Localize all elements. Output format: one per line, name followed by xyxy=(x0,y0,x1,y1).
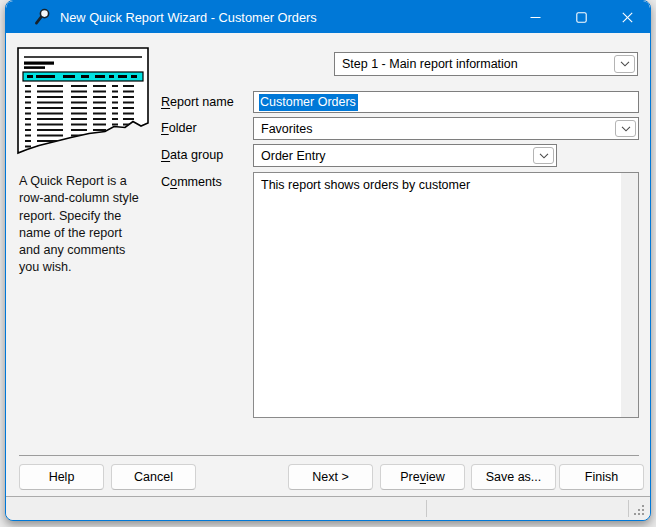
minimize-icon xyxy=(530,12,541,23)
button-row-separator xyxy=(19,455,639,456)
maximize-icon xyxy=(576,12,587,23)
step-selector-chevron-button[interactable] xyxy=(614,55,635,73)
wizard-description: A Quick Report is a row-and-column style… xyxy=(19,173,169,277)
step-selector-dropdown[interactable]: Step 1 - Main report information xyxy=(334,52,638,76)
save-as-button[interactable]: Save as... xyxy=(471,464,556,490)
folder-value: Favorites xyxy=(261,122,312,136)
chevron-down-icon xyxy=(539,153,549,159)
folder-dropdown[interactable]: Favorites xyxy=(253,117,639,140)
maximize-button[interactable] xyxy=(558,1,604,33)
minimize-button[interactable] xyxy=(512,1,558,33)
comments-scrollbar[interactable] xyxy=(621,173,638,417)
comments-text: This report shows orders by customer xyxy=(261,178,614,192)
data-group-chevron-button[interactable] xyxy=(533,147,554,164)
resize-grip[interactable] xyxy=(634,505,645,516)
close-icon xyxy=(622,12,633,23)
status-bar-divider xyxy=(426,500,427,517)
close-button[interactable] xyxy=(604,1,650,33)
folder-label: Folder xyxy=(161,121,197,135)
step-selector-value: Step 1 - Main report information xyxy=(342,57,518,71)
report-name-label: Report name xyxy=(161,95,234,109)
magnifier-icon xyxy=(33,8,51,26)
next-button[interactable]: Next > xyxy=(288,464,373,490)
wizard-dialog: New Quick Report Wizard - Customer Order… xyxy=(5,0,651,521)
caption-buttons xyxy=(512,1,650,33)
chevron-down-icon xyxy=(621,126,631,132)
folder-chevron-button[interactable] xyxy=(615,120,636,137)
chevron-down-icon xyxy=(620,61,630,67)
report-name-input[interactable]: Customer Orders xyxy=(253,91,639,113)
preview-button[interactable]: Preview xyxy=(380,464,465,490)
title-bar: New Quick Report Wizard - Customer Order… xyxy=(6,1,650,33)
data-group-label: Data group xyxy=(161,148,223,162)
comments-label: Comments xyxy=(161,175,222,189)
data-group-value: Order Entry xyxy=(261,149,326,163)
comments-textarea[interactable]: This report shows orders by customer xyxy=(253,172,639,418)
help-button[interactable]: Help xyxy=(19,464,104,490)
quick-report-illustration xyxy=(17,47,152,157)
status-bar-divider xyxy=(628,500,629,517)
data-group-dropdown[interactable]: Order Entry xyxy=(253,144,557,167)
window-title: New Quick Report Wizard - Customer Order… xyxy=(60,10,317,25)
status-bar xyxy=(6,496,650,520)
cancel-button[interactable]: Cancel xyxy=(111,464,196,490)
report-name-selected-text: Customer Orders xyxy=(259,94,358,111)
finish-button[interactable]: Finish xyxy=(559,464,644,490)
